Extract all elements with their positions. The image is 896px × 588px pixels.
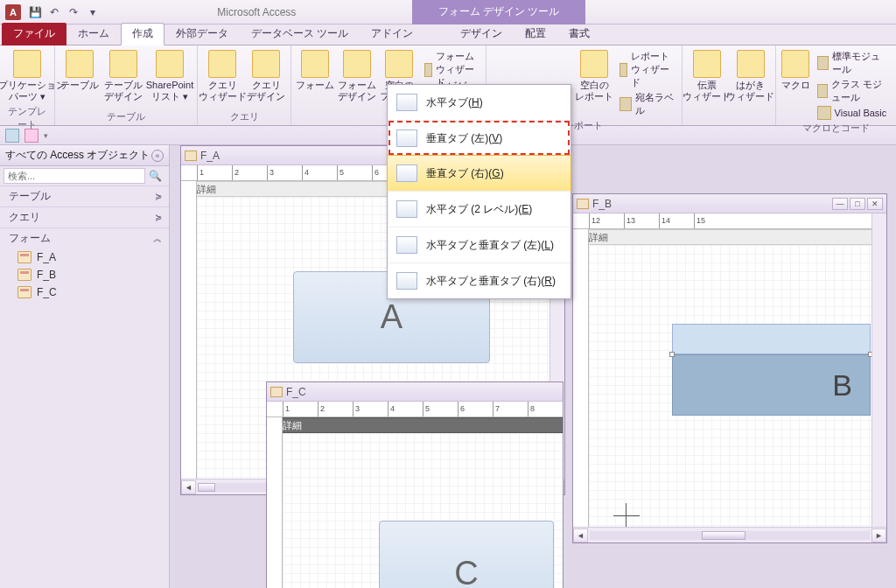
navpane-item-fb[interactable]: F_B xyxy=(0,266,169,284)
navigation-dropdown-menu: 水平タブ(H)垂直タブ (左)(V)垂直タブ (右)(G)水平タブ (2 レベル… xyxy=(387,84,571,299)
nav-option-hvl[interactable]: 水平タブと垂直タブ (左)(L) xyxy=(388,227,570,262)
navpane-search-input[interactable] xyxy=(4,168,145,184)
paste-icon[interactable] xyxy=(24,129,38,143)
minimize-button[interactable]: — xyxy=(832,198,848,210)
form-icon xyxy=(18,286,32,298)
group-queries: クエリ ウィザード クエリ デザイン クエリ xyxy=(198,46,291,125)
group-label-tables: テーブル xyxy=(59,109,193,125)
navpane-header[interactable]: すべての Access オブジェクト « xyxy=(0,145,169,166)
form-button[interactable]: フォーム xyxy=(295,47,335,94)
nav-option-label: 水平タブと垂直タブ (左)(L) xyxy=(426,238,554,253)
blank-report-button[interactable]: 空白の レポート xyxy=(574,47,614,104)
window-title: F_C xyxy=(286,386,306,398)
close-button[interactable]: ✕ xyxy=(867,198,883,210)
tab-format[interactable]: 書式 xyxy=(557,23,601,46)
ribbon-tab-strip: ファイル ホーム 作成 外部データ データベース ツール アドイン デザイン 配… xyxy=(0,24,896,46)
nav-layout-icon xyxy=(396,164,417,182)
vertical-ruler xyxy=(181,181,197,479)
label-control-b[interactable]: B xyxy=(672,324,871,416)
maximize-button[interactable]: □ xyxy=(850,198,865,210)
sharepoint-list-button[interactable]: SharePoint リスト ▾ xyxy=(146,47,193,104)
vertical-scrollbar[interactable] xyxy=(872,214,886,527)
denpyo-wizard-button[interactable]: 伝票 ウィザード xyxy=(686,47,728,104)
horizontal-scrollbar[interactable]: ◄► xyxy=(573,527,886,542)
design-canvas[interactable]: C xyxy=(283,433,563,588)
nav-option-vtl[interactable]: 垂直タブ (左)(V) xyxy=(388,120,570,156)
tab-addins[interactable]: アドイン xyxy=(360,23,424,46)
section-header-detail[interactable]: ◆ 詳細 xyxy=(573,229,886,245)
labels-icon xyxy=(620,97,631,111)
chevron-icon: ≽ xyxy=(155,192,162,201)
tab-external-data[interactable]: 外部データ xyxy=(164,23,240,46)
section-header-detail[interactable]: ◆ 詳細 xyxy=(267,417,563,433)
navpane-cat-queries[interactable]: クエリ≽ xyxy=(0,206,169,228)
navpane-collapse-icon[interactable]: « xyxy=(151,150,164,162)
tab-arrange[interactable]: 配置 xyxy=(514,23,557,46)
nav-layout-icon xyxy=(396,236,417,254)
navpane-item-fa[interactable]: F_A xyxy=(0,248,169,266)
form-icon xyxy=(18,251,32,263)
vertical-ruler xyxy=(573,229,589,527)
save-icon[interactable] xyxy=(5,129,19,143)
group-label-macros: マクロとコード xyxy=(780,121,892,136)
nav-option-label: 水平タブ (2 レベル)(E) xyxy=(426,202,532,217)
class-module-button[interactable]: クラス モジュール xyxy=(814,77,892,105)
chevron-up-icon: ︽ xyxy=(153,233,162,245)
nav-option-label: 垂直タブ (左)(V) xyxy=(426,131,502,146)
form-wizard-icon xyxy=(424,63,432,77)
table-design-button[interactable]: テーブル デザイン xyxy=(102,47,144,104)
nav-option-h2[interactable]: 水平タブ (2 レベル)(E) xyxy=(388,191,570,227)
window-titlebar[interactable]: F_C xyxy=(267,382,563,402)
report-wizard-button[interactable]: レポート ウィザード xyxy=(616,49,677,90)
contextual-tab-title: フォーム デザイン ツール xyxy=(412,0,586,24)
app-title: Microsoft Access xyxy=(217,6,296,18)
form-icon xyxy=(185,150,197,161)
nav-option-hvr[interactable]: 水平タブと垂直タブ (右)(R) xyxy=(388,262,570,298)
form-icon xyxy=(577,199,589,209)
labels-button[interactable]: 宛名ラベル xyxy=(616,90,677,118)
query-wizard-button[interactable]: クエリ ウィザード xyxy=(201,47,243,104)
group-label-queries: クエリ xyxy=(201,109,287,125)
qat-save-icon[interactable]: 💾 xyxy=(26,4,44,21)
navpane-search: 🔍 xyxy=(0,166,169,186)
group-tables: テーブル テーブル デザイン SharePoint リスト ▾ テーブル xyxy=(55,46,198,125)
design-canvas[interactable]: B xyxy=(589,245,872,527)
tab-database-tools[interactable]: データベース ツール xyxy=(240,23,360,46)
navpane-cat-tables[interactable]: テーブル≽ xyxy=(0,186,169,206)
macro-button[interactable]: マクロ xyxy=(780,47,812,94)
tab-design[interactable]: デザイン xyxy=(449,23,514,46)
form-design-button[interactable]: フォーム デザイン xyxy=(337,47,377,104)
navpane-cat-forms[interactable]: フォーム︽ xyxy=(0,228,169,248)
group-templates: アプリケーション パーツ ▾ テンプレート xyxy=(0,46,55,125)
app-parts-button[interactable]: アプリケーション パーツ ▾ xyxy=(4,47,51,104)
window-title: F_B xyxy=(592,198,612,210)
qat-customize-icon[interactable]: ▾ xyxy=(84,4,102,21)
cursor-crosshair-icon xyxy=(613,503,640,529)
window-titlebar[interactable]: F_B — □ ✕ xyxy=(573,194,886,214)
navpane-title: すべての Access オブジェクト xyxy=(5,148,150,163)
navpane-item-fc[interactable]: F_C xyxy=(0,284,169,301)
chevron-icon: ≽ xyxy=(155,213,162,222)
horizontal-ruler: 12131415 xyxy=(573,214,886,229)
tab-file[interactable]: ファイル xyxy=(2,23,66,46)
tab-home[interactable]: ホーム xyxy=(66,23,121,46)
visual-basic-button[interactable]: Visual Basic xyxy=(814,105,892,121)
design-window-fb[interactable]: F_B — □ ✕ 12131415 ◆ 詳細 B ◄► xyxy=(572,193,887,543)
search-icon[interactable]: 🔍 xyxy=(145,170,165,182)
qat-redo-icon[interactable]: ↷ xyxy=(65,4,82,21)
label-control-c[interactable]: C xyxy=(379,521,554,588)
nav-option-htab[interactable]: 水平タブ(H) xyxy=(388,85,570,120)
vb-icon xyxy=(817,106,831,120)
nav-layout-icon xyxy=(396,130,417,147)
hagaki-wizard-button[interactable]: はがき ウィザード xyxy=(730,47,772,104)
query-design-button[interactable]: クエリ デザイン xyxy=(245,47,287,104)
nav-option-vtr[interactable]: 垂直タブ (右)(G) xyxy=(387,155,571,192)
class-module-icon xyxy=(817,84,828,98)
design-window-fc[interactable]: F_C 12345678 ◆ 詳細 C xyxy=(266,382,564,588)
std-module-button[interactable]: 標準モジュール xyxy=(814,49,892,77)
tab-create[interactable]: 作成 xyxy=(121,23,164,46)
table-button[interactable]: テーブル xyxy=(59,47,101,94)
qat-undo-icon[interactable]: ↶ xyxy=(46,4,63,21)
horizontal-ruler: 12345678 xyxy=(267,402,563,417)
title-bar: A 💾 ↶ ↷ ▾ Microsoft Access フォーム デザイン ツール xyxy=(0,0,896,24)
